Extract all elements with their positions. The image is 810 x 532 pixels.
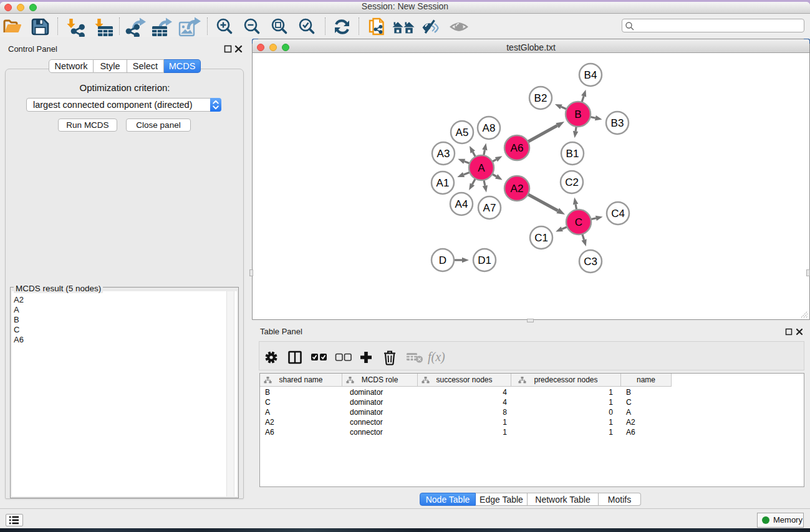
svg-text:D: D: [439, 254, 446, 266]
svg-text:A8: A8: [483, 122, 496, 134]
svg-text:A4: A4: [455, 198, 468, 210]
svg-text:C3: C3: [584, 256, 597, 268]
svg-text:A1: A1: [436, 177, 450, 189]
svg-text:B4: B4: [584, 69, 597, 81]
svg-text:B2: B2: [534, 92, 547, 104]
svg-text:B3: B3: [611, 117, 624, 129]
svg-text:C4: C4: [611, 208, 625, 220]
svg-text:A: A: [478, 162, 485, 174]
svg-text:B: B: [574, 109, 581, 120]
svg-text:A3: A3: [437, 148, 450, 160]
svg-text:A2: A2: [511, 183, 524, 195]
svg-text:B1: B1: [566, 148, 579, 160]
svg-text:C1: C1: [534, 232, 548, 244]
svg-text:C2: C2: [565, 177, 579, 188]
svg-text:A7: A7: [483, 202, 496, 214]
svg-text:A5: A5: [456, 127, 469, 138]
svg-text:C: C: [575, 216, 582, 228]
svg-text:A6: A6: [511, 142, 524, 154]
svg-text:D1: D1: [478, 254, 491, 266]
